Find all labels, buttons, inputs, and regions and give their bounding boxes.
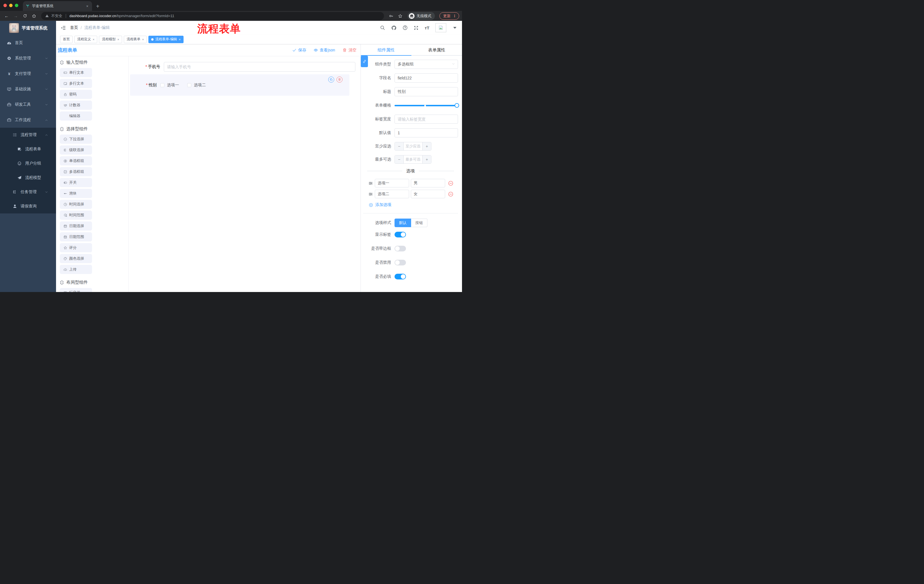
remove-option-button[interactable] — [448, 191, 454, 197]
tag-3[interactable]: 流程表单× — [124, 36, 147, 43]
browser-menu-icon[interactable]: ⋮ — [453, 14, 456, 18]
tag-4[interactable]: 流程表单-编辑× — [148, 36, 183, 43]
clear-button[interactable]: 清空 — [343, 48, 356, 53]
reload-button[interactable] — [21, 14, 29, 18]
sidebar-fold-icon[interactable] — [61, 25, 66, 31]
component-item-color[interactable]: 颜色选择 — [60, 254, 92, 263]
github-icon[interactable] — [391, 25, 396, 31]
stepper-increase-button[interactable]: + — [422, 142, 431, 150]
component-item-radio[interactable]: 单选框组 — [60, 156, 92, 165]
url-bar[interactable]: 不安全 dashboard.yudao.iocoder.cn/bpm/manag… — [41, 12, 384, 20]
drag-handle-icon[interactable] — [368, 192, 373, 197]
sidebar-item-11[interactable]: 请假查询 — [0, 199, 56, 214]
phone-field-input[interactable] — [164, 62, 355, 72]
component-item-textarea[interactable]: 多行文本 — [60, 79, 92, 88]
toggle-switch[interactable] — [394, 246, 406, 252]
search-icon[interactable] — [380, 25, 385, 30]
default-value-input[interactable] — [394, 128, 458, 137]
max-select-placeholder[interactable]: 最多可选 — [404, 155, 422, 163]
min-select-placeholder[interactable]: 至少应选 — [404, 142, 422, 150]
security-label[interactable]: 不安全 — [51, 13, 62, 18]
sidebar-item-7[interactable]: 流程表单 — [0, 142, 56, 156]
component-item-checkbox[interactable]: 多选框组 — [60, 167, 92, 176]
tab-form-props[interactable]: 表单属性 — [411, 44, 462, 56]
bookmark-star-icon[interactable] — [398, 14, 403, 18]
component-type-select[interactable] — [394, 60, 458, 69]
browser-tab[interactable]: 芋道管理系统 × — [23, 1, 92, 11]
component-item-date-range[interactable]: 日期范围 — [60, 232, 92, 242]
close-tab-icon[interactable]: × — [85, 4, 89, 8]
toggle-switch[interactable] — [394, 274, 406, 280]
tag-1[interactable]: 流程定义× — [74, 36, 97, 43]
component-item-slider[interactable]: 滑块 — [60, 189, 92, 198]
browser-update-button[interactable]: 更新 ⋮ — [439, 12, 459, 20]
option-value-input[interactable] — [411, 190, 445, 198]
sidebar-item-4[interactable]: 研发工具 — [0, 97, 56, 112]
sidebar-item-5[interactable]: 工作流程 — [0, 112, 56, 128]
help-icon[interactable] — [403, 25, 408, 30]
component-item-switch[interactable]: 开关 — [60, 178, 92, 187]
back-button[interactable]: ← — [3, 13, 10, 18]
home-button[interactable] — [30, 14, 38, 18]
new-tab-button[interactable]: + — [92, 3, 104, 11]
gender-option1-checkbox[interactable] — [160, 83, 164, 87]
component-type-value[interactable] — [394, 60, 458, 69]
option-label-input[interactable] — [375, 190, 409, 198]
component-item-date[interactable]: 日期选择 — [60, 221, 92, 230]
tag-0[interactable]: 首页 — [60, 36, 73, 43]
component-item-input[interactable]: 单行文本 — [60, 68, 92, 77]
phone-field-row[interactable]: 手机号 — [129, 62, 355, 72]
label-width-input[interactable] — [394, 115, 458, 124]
gender-field-selected[interactable]: 性别 选项一 选项二 — [130, 74, 349, 96]
component-item-editor[interactable]: 编辑器 — [60, 112, 92, 120]
component-item-upload[interactable]: 上传 — [60, 265, 92, 274]
sidebar-item-2[interactable]: ¥支付管理 — [0, 66, 56, 81]
component-item-cascader[interactable]: 级联选择 — [60, 145, 92, 155]
stepper-decrease-button[interactable]: − — [395, 155, 404, 163]
title-input[interactable] — [394, 87, 458, 96]
sidebar-item-1[interactable]: 系统管理 — [0, 51, 56, 66]
sidebar-item-9[interactable]: 流程模型 — [0, 171, 56, 185]
option-label-input[interactable] — [375, 179, 409, 188]
gender-option2-label[interactable]: 选项二 — [194, 82, 206, 88]
close-tag-icon[interactable]: × — [179, 38, 180, 41]
sidebar-item-8[interactable]: 用户分组 — [0, 156, 56, 171]
avatar[interactable] — [436, 23, 446, 32]
close-tag-icon[interactable]: × — [92, 38, 94, 41]
component-item-time-range[interactable]: 时间范围 — [60, 211, 92, 220]
breadcrumb-home[interactable]: 首页 — [70, 25, 78, 30]
component-item-time[interactable]: 时间选择 — [60, 200, 92, 209]
forward-button[interactable]: → — [12, 13, 20, 18]
tag-2[interactable]: 流程模型× — [99, 36, 122, 43]
stepper-increase-button[interactable]: + — [422, 155, 431, 163]
duplicate-component-button[interactable] — [328, 77, 334, 82]
gender-option1-label[interactable]: 选项一 — [167, 82, 179, 88]
gender-option2-checkbox[interactable] — [187, 83, 191, 87]
style-button-button[interactable]: 按钮 — [411, 219, 427, 227]
sidebar-item-3[interactable]: 基础设施 — [0, 81, 56, 97]
add-option-button[interactable]: 添加选项 — [363, 202, 458, 207]
logo[interactable]: 🐰 芋道管理系统 — [0, 21, 56, 35]
component-item-star[interactable]: 评分 — [60, 243, 92, 252]
close-tag-icon[interactable]: × — [117, 38, 119, 41]
link-tab[interactable] — [361, 56, 368, 67]
field-name-input[interactable] — [394, 73, 458, 82]
form-grid-slider[interactable] — [394, 101, 458, 110]
component-item-counter[interactable]: 123计数器 — [60, 100, 92, 110]
slider-handle[interactable] — [455, 103, 459, 108]
minimize-window-button[interactable] — [9, 4, 13, 7]
chevron-down-icon[interactable] — [452, 25, 457, 30]
component-item-row[interactable]: 行容器 — [60, 288, 92, 292]
remove-option-button[interactable] — [448, 181, 454, 186]
component-item-lock[interactable]: 密码 — [60, 90, 92, 99]
toggle-switch[interactable] — [394, 260, 406, 265]
font-size-icon[interactable]: тT — [424, 25, 429, 30]
style-default-button[interactable]: 默认 — [394, 219, 411, 227]
component-item-select[interactable]: 下拉选择 — [60, 135, 92, 144]
view-json-button[interactable]: 查看json — [314, 48, 335, 53]
close-tag-icon[interactable]: × — [142, 38, 144, 41]
sidebar-item-10[interactable]: 任务管理 — [0, 185, 56, 199]
save-button[interactable]: 保存 — [292, 48, 306, 53]
delete-component-button[interactable] — [337, 77, 343, 82]
maximize-window-button[interactable] — [15, 4, 18, 7]
